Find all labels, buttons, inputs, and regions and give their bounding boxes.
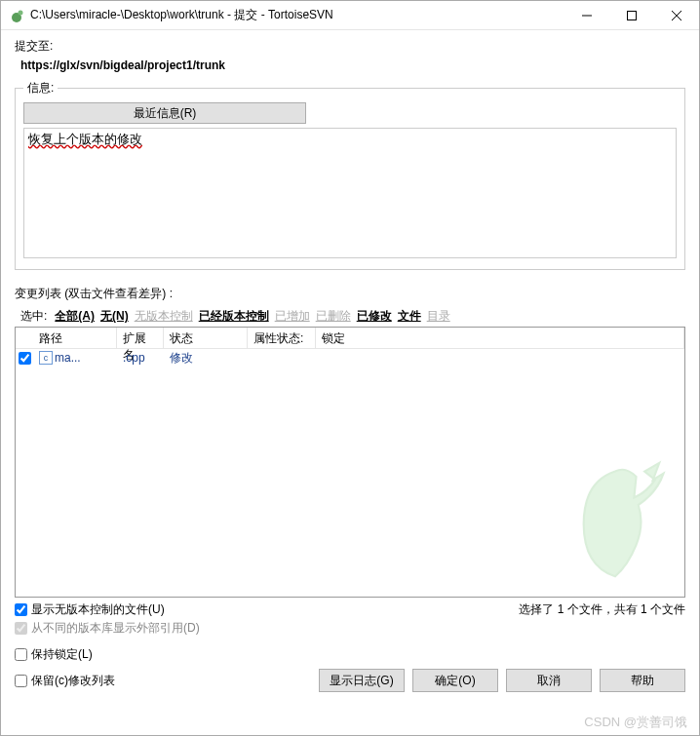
checks-left: 显示无版本控制的文件(U) 从不同的版本库显示外部引用(D) — [15, 601, 200, 637]
col-status[interactable]: 状态 — [164, 328, 248, 348]
filter-已修改[interactable]: 已修改 — [357, 309, 392, 323]
file-list-body[interactable]: cma....cpp修改 — [16, 349, 684, 597]
show-externals-checkbox: 从不同的版本库显示外部引用(D) — [15, 620, 200, 637]
col-path[interactable]: 路径 — [33, 328, 117, 348]
file-list: 路径 扩展名 状态 属性状态: 锁定 cma....cpp修改 — [15, 327, 685, 598]
filter-label: 选中: — [20, 308, 47, 325]
help-button[interactable]: 帮助 — [600, 669, 685, 692]
filter-全部(A)[interactable]: 全部(A) — [55, 309, 95, 323]
file-ext: .cpp — [117, 351, 164, 365]
filter-已删除: 已删除 — [316, 309, 351, 323]
window-controls — [564, 1, 699, 29]
keep-locks-checkbox[interactable]: 保持锁定(L) — [15, 646, 685, 663]
show-externals-label: 从不同的版本库显示外部引用(D) — [31, 620, 200, 637]
titlebar: C:\Users\miracle-\Desktop\work\trunk - 提… — [1, 1, 699, 30]
filter-目录: 目录 — [427, 309, 450, 323]
info-legend: 信息: — [23, 80, 58, 97]
minimize-button[interactable] — [564, 1, 609, 29]
filter-文件[interactable]: 文件 — [398, 309, 421, 323]
window-title: C:\Users\miracle-\Desktop\work\trunk - 提… — [30, 7, 564, 23]
table-row[interactable]: cma....cpp修改 — [16, 349, 684, 367]
svg-rect-3 — [628, 11, 637, 19]
svg-point-1 — [19, 10, 23, 15]
file-status: 修改 — [164, 350, 248, 367]
recent-messages-button[interactable]: 最近信息(R) — [23, 102, 306, 124]
file-list-header: 路径 扩展名 状态 属性状态: 锁定 — [16, 328, 684, 349]
filter-row: 选中: 全部(A)无(N)无版本控制已经版本控制已增加已删除已修改文件目录 — [15, 306, 685, 327]
show-unversioned-label: 显示无版本控制的文件(U) — [31, 601, 165, 618]
keep-locks-label: 保持锁定(L) — [31, 646, 93, 663]
col-propstatus[interactable]: 属性状态: — [248, 328, 316, 348]
commit-to-label: 提交至: — [15, 38, 685, 55]
show-unversioned-checkbox[interactable]: 显示无版本控制的文件(U) — [15, 601, 200, 618]
commit-url: https://glx/svn/bigdeal/project1/trunk — [15, 58, 685, 72]
filter-无(N)[interactable]: 无(N) — [100, 309, 129, 323]
maximize-button[interactable] — [609, 1, 654, 29]
keep-changelist-input[interactable] — [15, 675, 27, 687]
keep-changelist-checkbox[interactable]: 保留(c)修改列表 — [15, 673, 311, 689]
tortoisesvn-icon — [9, 8, 24, 23]
info-fieldset: 信息: 最近信息(R) 恢复上个版本的修改 — [15, 80, 685, 270]
col-checkbox[interactable] — [16, 328, 33, 348]
selection-info: 选择了 1 个文件，共有 1 个文件 — [519, 601, 685, 618]
tortoise-watermark-icon — [562, 450, 669, 587]
close-button[interactable] — [654, 1, 699, 29]
file-type-icon: c — [39, 351, 53, 365]
filter-无版本控制: 无版本控制 — [135, 309, 193, 323]
commit-to-section: 提交至: https://glx/svn/bigdeal/project1/tr… — [15, 38, 685, 80]
col-ext[interactable]: 扩展名 — [117, 328, 164, 348]
file-name: ma... — [55, 351, 81, 365]
keep-locks-input[interactable] — [15, 648, 27, 661]
show-log-button[interactable]: 显示日志(G) — [319, 669, 405, 692]
keep-changelist-label: 保留(c)修改列表 — [31, 673, 115, 689]
below-list: 显示无版本控制的文件(U) 从不同的版本库显示外部引用(D) 选择了 1 个文件… — [15, 601, 685, 637]
filter-已经版本控制[interactable]: 已经版本控制 — [199, 309, 269, 323]
commit-dialog: C:\Users\miracle-\Desktop\work\trunk - 提… — [0, 0, 700, 736]
changelist-label: 变更列表 (双击文件查看差异) : — [15, 286, 685, 302]
show-unversioned-input[interactable] — [15, 603, 27, 616]
bottom-area: 保持锁定(L) 保留(c)修改列表 显示日志(G) 确定(O) 取消 帮助 — [15, 646, 685, 692]
ok-button[interactable]: 确定(O) — [412, 669, 498, 692]
filter-已增加: 已增加 — [275, 309, 310, 323]
button-row: 保留(c)修改列表 显示日志(G) 确定(O) 取消 帮助 — [15, 669, 685, 692]
commit-message-input[interactable]: 恢复上个版本的修改 — [23, 128, 677, 258]
col-lock[interactable]: 锁定 — [316, 328, 684, 348]
show-externals-input — [15, 622, 27, 635]
cancel-button[interactable]: 取消 — [506, 669, 592, 692]
row-checkbox[interactable] — [19, 352, 31, 365]
content: 提交至: https://glx/svn/bigdeal/project1/tr… — [1, 30, 699, 735]
